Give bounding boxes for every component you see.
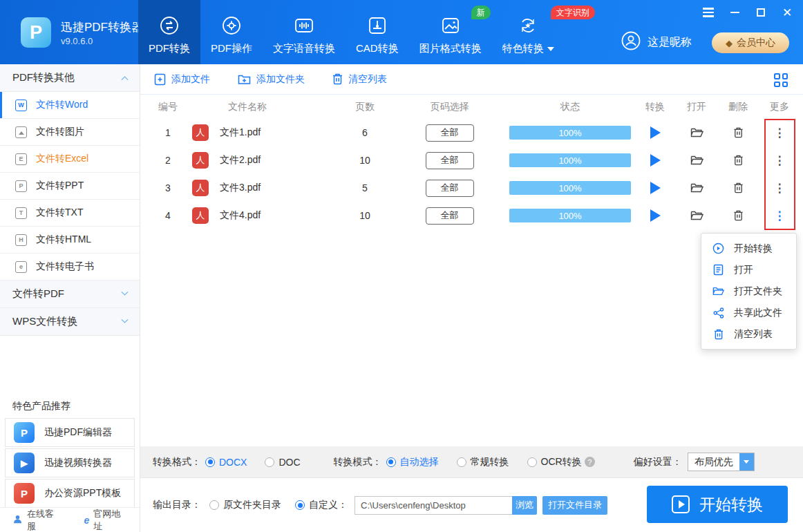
convert-play-button[interactable]	[650, 209, 661, 222]
open-file-directory-button[interactable]: 打开文件目录	[542, 496, 607, 515]
sidebar-item-to-txt[interactable]: T 文件转TXT	[0, 200, 140, 227]
share-icon	[712, 307, 724, 319]
cad-icon	[366, 15, 388, 37]
minimize-button[interactable]	[728, 6, 741, 19]
tab-image-format-convert[interactable]: 新 图片格式转换	[409, 0, 492, 64]
radio-normal-convert-label[interactable]: 常规转换	[471, 456, 509, 468]
progress-bar: 100%	[509, 126, 631, 140]
image-file-icon	[15, 126, 27, 138]
radio-docx-label[interactable]: DOCX	[219, 457, 247, 468]
progress-bar: 100%	[509, 153, 631, 167]
menu-item-open-folder[interactable]: 打开文件夹	[701, 281, 796, 302]
close-button[interactable]: ✕	[781, 6, 793, 19]
page-select-button[interactable]: 全部	[426, 124, 474, 142]
new-badge: 新	[471, 6, 491, 19]
radio-doc-label[interactable]: DOC	[278, 457, 300, 468]
tab-pdf-convert[interactable]: PDF转换	[138, 0, 200, 64]
open-folder-button[interactable]	[676, 202, 717, 229]
more-options-menu: 开始转换 打开 打开文件夹 共享此文件	[701, 233, 797, 350]
product-pdf-editor[interactable]: P 迅捷PDF编辑器	[5, 418, 135, 447]
delete-button[interactable]	[717, 119, 759, 146]
sidebar-item-to-html[interactable]: H 文件转HTML	[0, 227, 140, 254]
menu-item-share-file[interactable]: 共享此文件	[701, 302, 796, 323]
add-folder-button[interactable]: 添加文件夹	[238, 73, 305, 86]
sidebar-item-to-ebook[interactable]: e 文件转电子书	[0, 254, 140, 281]
convert-play-button[interactable]	[650, 154, 661, 167]
menu-item-label: 打开	[734, 264, 753, 276]
conversion-settings-bar: 转换格式： DOCX DOC 转换模式： 自动选择 常规转换 OCR转换	[140, 446, 803, 477]
tab-special-convert[interactable]: 文字识别 特色转换	[492, 0, 565, 64]
page-select-button[interactable]: 全部	[426, 152, 474, 169]
radio-ocr-convert-label[interactable]: OCR转换	[541, 456, 582, 468]
open-folder-button[interactable]	[676, 119, 717, 146]
page-select-button[interactable]: 全部	[426, 207, 474, 225]
radio-source-folder-label[interactable]: 原文件夹目录	[223, 499, 281, 511]
menu-icon[interactable]	[702, 6, 715, 19]
sidebar-item-to-word[interactable]: W 文件转Word	[0, 92, 140, 119]
more-options-button[interactable]: ⋮	[774, 182, 786, 194]
browse-button[interactable]: 浏览	[512, 496, 537, 515]
more-options-button-active[interactable]: ⋮	[774, 210, 786, 222]
dropdown-arrow-icon	[739, 453, 754, 471]
image-icon	[440, 15, 462, 37]
radio-doc[interactable]	[265, 457, 274, 467]
convert-play-button[interactable]	[650, 126, 661, 139]
delete-button[interactable]	[717, 202, 759, 229]
tab-pdf-operate[interactable]: PDF操作	[200, 0, 263, 64]
sidebar-item-to-excel[interactable]: E 文件转Excel	[0, 146, 140, 173]
support-person-icon	[12, 514, 23, 526]
ppt-file-icon: P	[15, 180, 27, 192]
product-video-converter[interactable]: ▶ 迅捷视频转换器	[5, 448, 135, 477]
convert-play-button[interactable]	[650, 182, 661, 194]
row-filename: 文件1.pdf	[220, 126, 261, 139]
sidebar-item-to-ppt[interactable]: P 文件转PPT	[0, 173, 140, 200]
table-row: 3 人 文件3.pdf 5 全部 100% ⋮	[140, 174, 803, 202]
product-ppt-templates[interactable]: P 办公资源PPT模板	[5, 479, 135, 508]
radio-normal-convert[interactable]	[457, 457, 466, 467]
sidebar-section-pdf-other[interactable]: PDF转换其他	[0, 64, 140, 92]
delete-button[interactable]	[717, 174, 759, 202]
online-support-link[interactable]: 在线客服	[12, 508, 60, 532]
maximize-button[interactable]	[755, 6, 767, 19]
menu-item-label: 清空列表	[734, 328, 773, 341]
help-icon[interactable]: ?	[585, 457, 595, 467]
vip-center-button[interactable]: ◆ 会员中心	[712, 32, 789, 53]
preference-dropdown[interactable]: 布局优先	[688, 453, 755, 471]
menu-item-clear-list[interactable]: 清空列表	[701, 323, 796, 345]
folder-plus-icon	[238, 73, 251, 85]
add-file-button[interactable]: 添加文件	[154, 73, 210, 86]
more-options-button[interactable]: ⋮	[774, 127, 786, 139]
grid-view-icon[interactable]	[774, 73, 788, 87]
app-title: 迅捷PDF转换器	[61, 19, 143, 35]
sidebar-footer: 在线客服 e 官网地址	[0, 507, 140, 532]
delete-button[interactable]	[717, 146, 759, 174]
output-path-input[interactable]	[355, 496, 512, 515]
page-select-button[interactable]: 全部	[426, 180, 474, 197]
main-panel: 添加文件 添加文件夹 清空列表 编号 文件名称 页数 页码选择 状态	[140, 64, 803, 532]
sidebar-section-to-pdf[interactable]: 文件转PDF	[0, 281, 140, 308]
menu-item-start-convert[interactable]: 开始转换	[701, 238, 796, 259]
radio-custom-dir-label[interactable]: 自定义：	[309, 499, 348, 511]
menu-item-open[interactable]: 打开	[701, 259, 796, 281]
pdf-file-icon: 人	[192, 152, 209, 169]
official-site-link[interactable]: e 官网地址	[84, 508, 127, 532]
preference-value: 布局优先	[688, 453, 739, 471]
radio-auto-select[interactable]	[386, 457, 396, 467]
radio-ocr-convert[interactable]	[527, 457, 537, 467]
radio-auto-select-label[interactable]: 自动选择	[400, 456, 439, 468]
more-options-button[interactable]: ⋮	[774, 155, 786, 167]
radio-docx[interactable]	[205, 457, 215, 467]
open-folder-button[interactable]	[676, 146, 717, 174]
row-number: 4	[140, 202, 196, 229]
tab-cad-convert[interactable]: CAD转换	[346, 0, 409, 64]
open-folder-button[interactable]	[676, 174, 717, 202]
footer-link-label: 官网地址	[93, 508, 127, 532]
clear-list-button[interactable]: 清空列表	[332, 73, 387, 86]
radio-source-folder[interactable]	[209, 500, 219, 510]
radio-custom-dir[interactable]	[295, 500, 305, 510]
sidebar-item-to-image[interactable]: 文件转图片	[0, 119, 140, 146]
sidebar-section-wps-convert[interactable]: WPS文件转换	[0, 308, 140, 336]
tab-text-voice-convert[interactable]: 文字语音转换	[263, 0, 346, 64]
user-account[interactable]: 这是昵称	[621, 30, 692, 54]
start-convert-button[interactable]: 开始转换	[647, 486, 788, 523]
